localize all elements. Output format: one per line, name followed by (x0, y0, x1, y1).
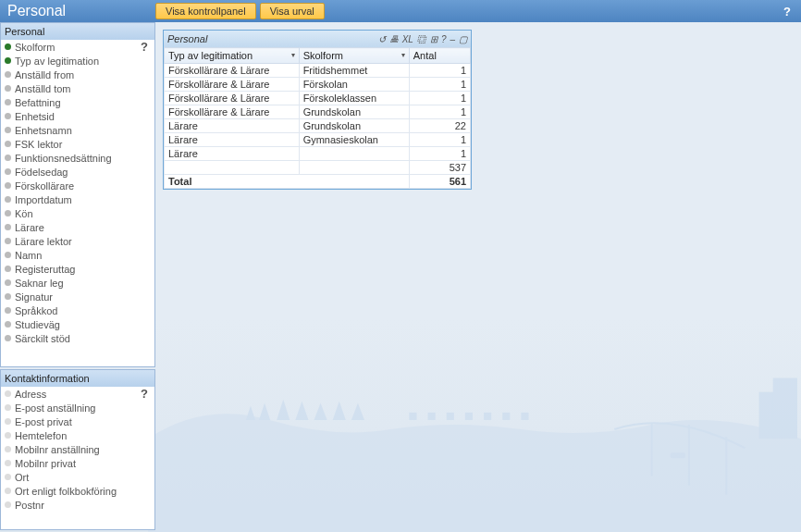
table-row[interactable]: Förskollärare & LärareFritidshemmet1 (165, 64, 471, 78)
panel-personal-title: Personal (5, 23, 44, 40)
table-cell: Gymnasieskolan (299, 133, 409, 147)
total-label: Total (165, 175, 410, 189)
status-dot-icon (5, 432, 11, 439)
table-cell: Förskollärare & Lärare (165, 105, 300, 119)
field-label: Födelsedag (15, 167, 68, 178)
dropdown-icon[interactable]: ▾ (291, 51, 295, 59)
field-item[interactable]: Mobilnr anställning (1, 442, 154, 456)
field-item[interactable]: Signatur (1, 290, 154, 303)
field-item[interactable]: Saknar leg (1, 276, 154, 290)
panel-personal-header: Personal (1, 23, 154, 40)
status-dot-icon (5, 85, 11, 92)
field-item[interactable]: Förskollärare (1, 179, 154, 192)
table-toolbar: ↺🖶XL⿻⊞?–▢ (378, 34, 467, 44)
status-dot-icon (5, 141, 11, 147)
status-dot-icon (5, 252, 11, 258)
table-cell: 1 (409, 92, 470, 105)
toolbar-icon[interactable]: 🖶 (389, 34, 399, 44)
toolbar-icon[interactable]: ▢ (459, 34, 467, 44)
table-row[interactable]: Förskollärare & LärareFörskoleklassen1 (165, 92, 471, 105)
column-header[interactable]: Typ av legitimation▾ (165, 48, 300, 64)
toolbar-icon[interactable]: – (450, 34, 455, 44)
field-item[interactable]: Typ av legitimation (1, 54, 154, 68)
data-table-title: Personal (167, 33, 207, 44)
field-label: Postnr (15, 500, 44, 511)
table-cell: Grundskolan (299, 105, 409, 119)
status-dot-icon (5, 293, 11, 300)
field-label: Hemtelefon (15, 430, 67, 441)
status-dot-icon (5, 210, 11, 217)
field-item[interactable]: Ort (1, 470, 154, 484)
table-cell (165, 161, 300, 175)
panel-help-icon[interactable]: ? (138, 387, 151, 401)
status-dot-icon (5, 335, 11, 341)
field-label: Anställd from (15, 69, 74, 80)
table-row[interactable]: Lärare1 (165, 147, 471, 161)
field-item[interactable]: Postnr (1, 498, 154, 512)
field-item[interactable]: Hemtelefon (1, 428, 154, 442)
field-item[interactable]: Registeruttag (1, 262, 154, 276)
table-cell: Lärare (165, 119, 300, 133)
table-cell: 537 (409, 161, 470, 175)
field-item[interactable]: Adress? (1, 387, 154, 401)
table-row[interactable]: LärareGrundskolan22 (165, 119, 471, 133)
toolbar-icon[interactable]: ⿻ (417, 34, 426, 44)
field-item[interactable]: Enhetsid (1, 109, 154, 123)
field-item[interactable]: Födelsedag (1, 165, 154, 179)
table-cell: 1 (409, 78, 470, 92)
field-item[interactable]: Befattning (1, 95, 154, 109)
panel-help-icon[interactable]: ? (138, 40, 151, 54)
field-label: Funktionsnedsättning (15, 153, 112, 164)
column-header[interactable]: Antal (409, 48, 470, 64)
field-item[interactable]: Importdatum (1, 192, 154, 206)
table-cell: Förskollärare & Lärare (165, 64, 300, 78)
field-item[interactable]: Skolform? (1, 40, 154, 54)
field-label: Ort (15, 472, 29, 483)
toolbar-icon[interactable]: ? (441, 34, 447, 44)
header-help-icon[interactable]: ? (781, 5, 794, 19)
field-item[interactable]: Mobilnr privat (1, 456, 154, 470)
field-label: Enhetsnamn (15, 125, 72, 136)
status-dot-icon (5, 57, 11, 64)
toolbar-icon[interactable]: XL (402, 34, 413, 44)
field-item[interactable]: Studieväg (1, 317, 154, 331)
field-item[interactable]: Kön (1, 206, 154, 220)
field-item[interactable]: Lärare (1, 220, 154, 234)
table-cell: 1 (409, 147, 470, 161)
data-table-header: Personal ↺🖶XL⿻⊞?–▢ (164, 31, 471, 47)
table-cell: Grundskolan (299, 119, 409, 133)
table-cell: Fritidshemmet (299, 64, 409, 78)
table-row[interactable]: 537 (165, 161, 471, 175)
field-item[interactable]: Anställd tom (1, 81, 154, 95)
status-dot-icon (5, 418, 11, 425)
toolbar-icon[interactable]: ↺ (378, 34, 386, 44)
dropdown-icon[interactable]: ▾ (401, 51, 405, 59)
field-item[interactable]: E-post privat (1, 414, 154, 428)
field-item[interactable]: Lärare lektor (1, 234, 154, 248)
field-label: Mobilnr anställning (15, 444, 100, 455)
table-row[interactable]: LärareGymnasieskolan1 (165, 133, 471, 147)
table-total-row: Total561 (165, 175, 471, 189)
table-cell: 1 (409, 105, 470, 119)
column-header[interactable]: Skolform▾ (299, 48, 409, 64)
status-dot-icon (5, 474, 11, 480)
status-dot-icon (5, 460, 11, 466)
field-item[interactable]: Funktionsnedsättning (1, 151, 154, 165)
field-item[interactable]: Särckilt stöd (1, 331, 154, 345)
field-item[interactable]: Språkkod (1, 303, 154, 317)
field-item[interactable]: E-post anställning (1, 401, 154, 414)
table-cell (299, 161, 409, 175)
field-label: E-post privat (15, 416, 72, 427)
field-item[interactable]: FSK lektor (1, 137, 154, 151)
table-row[interactable]: Förskollärare & LärareGrundskolan1 (165, 105, 471, 119)
field-item[interactable]: Anställd from (1, 68, 154, 81)
show-control-panel-button[interactable]: Visa kontrollpanel (155, 3, 256, 19)
table-row[interactable]: Förskollärare & LärareFörskolan1 (165, 78, 471, 92)
data-table: Typ av legitimation▾Skolform▾Antal Försk… (164, 47, 471, 189)
show-selection-button[interactable]: Visa urval (260, 3, 325, 19)
field-label: E-post anställning (15, 402, 95, 414)
field-item[interactable]: Ort enligt folkbokföring (1, 484, 154, 498)
field-item[interactable]: Enhetsnamn (1, 123, 154, 137)
toolbar-icon[interactable]: ⊞ (430, 34, 437, 44)
field-item[interactable]: Namn (1, 248, 154, 262)
